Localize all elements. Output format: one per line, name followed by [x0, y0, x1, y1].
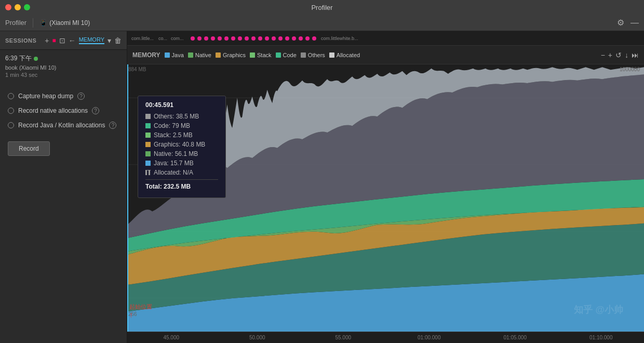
tooltip-time: 00:45.591 — [145, 101, 218, 109]
java-label: Record Java / Kotlin allocations — [18, 122, 105, 129]
download-icon[interactable]: ↓ — [625, 51, 628, 59]
legend-native-label: Native — [195, 52, 211, 58]
time-tick-5: 01:05.000 — [472, 335, 558, 340]
native-radio[interactable] — [8, 108, 14, 114]
legend-others-label: Others — [308, 52, 325, 58]
device-label: 📱 (Xiaomi MI 10) — [39, 19, 90, 27]
add-session-button[interactable]: + — [45, 36, 49, 45]
tooltip-total-label: Total: 232.5 MB — [145, 183, 191, 190]
legend-others: Others — [301, 52, 325, 58]
tl-dot — [224, 36, 229, 41]
chart-area: com.little... co... com... — [127, 31, 644, 343]
reset-icon[interactable]: ↺ — [615, 51, 622, 59]
start-arrow-icon: ↑ — [129, 311, 133, 319]
stop-session-button[interactable]: ■ — [52, 37, 56, 44]
tooltip-native-color — [145, 151, 151, 156]
option-native-row: Record native allocations ? — [8, 107, 119, 114]
menubar-divider — [33, 18, 33, 28]
dot-row: com.littlewhite.b... — [187, 36, 640, 41]
tl-label-3: com... — [171, 36, 187, 41]
close-icon[interactable]: — — [630, 18, 639, 28]
maximize-window-button[interactable] — [24, 4, 30, 10]
tooltip-row-stack: Stack: 2.5 MB — [145, 131, 218, 139]
skip-icon[interactable]: ⏭ — [632, 51, 639, 59]
tooltip-total: Total: 232.5 MB — [145, 179, 218, 190]
sessions-header: SESSIONS + ■ ⊡ ← MEMORY ▾ 🗑 — [0, 31, 127, 50]
java-radio[interactable] — [8, 122, 14, 128]
watermark: 知乎 @小帅 — [574, 304, 623, 316]
chart-canvas[interactable]: 884 MB 256 1000000 — [127, 64, 644, 332]
legend-graphics-label: Graphics — [223, 52, 246, 58]
back-icon[interactable]: ← — [69, 36, 76, 45]
device-icon: 📱 — [39, 19, 47, 27]
time-tick-3: 55.000 — [300, 335, 386, 340]
tl-dot — [197, 36, 202, 41]
app-title: Profiler — [5, 19, 26, 27]
session-time-text: 6:39 下午 — [5, 54, 32, 63]
tl-dot — [191, 36, 195, 41]
native-help-icon[interactable]: ? — [92, 107, 99, 114]
legend-allocated-label: Allocated — [337, 52, 360, 58]
tooltip-graphics-label: Graphics: 40.8 MB — [154, 141, 205, 148]
start-position-text: 起始位置 — [129, 304, 152, 310]
session-item[interactable]: 6:39 下午 book (Xiaomi MI 10) 1 min 43 sec — [0, 50, 127, 82]
tooltip-graphics-color — [145, 142, 151, 147]
tooltip-allocated-color — [145, 170, 151, 175]
layout-icon[interactable]: ⊡ — [59, 36, 65, 45]
delete-icon[interactable]: 🗑 — [114, 36, 122, 45]
tl-dot — [258, 36, 262, 41]
window-controls[interactable] — [5, 4, 30, 10]
tooltip-row-code: Code: 79 MB — [145, 122, 218, 129]
device-name: (Xiaomi MI 10) — [49, 19, 90, 27]
session-time: 6:39 下午 — [5, 54, 122, 63]
tl-dot — [218, 36, 222, 41]
time-tick-1: 45.000 — [128, 335, 214, 340]
gear-icon[interactable]: ⚙ — [617, 18, 624, 28]
tooltip-code-color — [145, 123, 151, 128]
heap-label: Capture heap dump — [18, 93, 73, 100]
java-help-icon[interactable]: ? — [109, 122, 116, 129]
tooltip-others-label: Others: 38.5 MB — [154, 113, 199, 120]
legend-java-color — [165, 52, 170, 58]
legend-code: Code — [276, 52, 297, 58]
chart-toolbar: MEMORY Java Native Graphics — [127, 46, 644, 64]
record-button[interactable]: Record — [8, 141, 50, 156]
memory-chart-label: MEMORY — [132, 51, 160, 59]
y-label-top: 884 MB — [128, 67, 146, 72]
tl-dot — [305, 36, 310, 41]
option-java-row: Record Java / Kotlin allocations ? — [8, 122, 119, 129]
tl-dot — [245, 36, 249, 41]
menubar: Profiler 📱 (Xiaomi MI 10) ⚙ — — [0, 15, 644, 31]
tl-dot — [211, 36, 215, 41]
tooltip-row-graphics: Graphics: 40.8 MB — [145, 141, 218, 148]
tl-dot — [299, 36, 303, 41]
tl-dot — [312, 36, 316, 41]
zoom-in-icon[interactable]: + — [608, 51, 612, 59]
tl-dot — [204, 36, 208, 41]
close-window-button[interactable] — [5, 4, 11, 10]
tl-dot — [251, 36, 256, 41]
heap-help-icon[interactable]: ? — [77, 93, 85, 100]
chart-legend: Java Native Graphics Stack — [165, 52, 360, 58]
y-label-right: 1000000 — [620, 67, 640, 72]
tooltip-row-allocated: Allocated: N/A — [145, 169, 218, 176]
heap-radio[interactable] — [8, 93, 14, 99]
tooltip-row-java: Java: 15.7 MB — [145, 160, 218, 167]
legend-code-label: Code — [283, 52, 297, 58]
sidebar: SESSIONS + ■ ⊡ ← MEMORY ▾ 🗑 6:39 下午 book… — [0, 31, 127, 343]
legend-graphics: Graphics — [216, 52, 246, 58]
memory-dropdown-icon[interactable]: ▾ — [108, 36, 111, 45]
start-position-label: 起始位置 ↑ — [129, 303, 152, 319]
main-container: SESSIONS + ■ ⊡ ← MEMORY ▾ 🗑 6:39 下午 book… — [0, 31, 644, 343]
time-tick-6: 01:10.000 — [558, 335, 645, 340]
memory-tooltip: 00:45.591 Others: 38.5 MB Code: 79 MB St… — [138, 96, 226, 198]
legend-graphics-color — [216, 52, 221, 58]
tooltip-stack-label: Stack: 2.5 MB — [154, 131, 193, 139]
tl-dot — [231, 36, 235, 41]
tl-label-end: com.littlewhite.b... — [319, 36, 358, 41]
legend-code-color — [276, 52, 281, 58]
time-tick-2: 50.000 — [214, 335, 301, 340]
memory-label: MEMORY — [79, 36, 104, 44]
zoom-out-icon[interactable]: − — [601, 51, 605, 59]
minimize-window-button[interactable] — [15, 4, 21, 10]
